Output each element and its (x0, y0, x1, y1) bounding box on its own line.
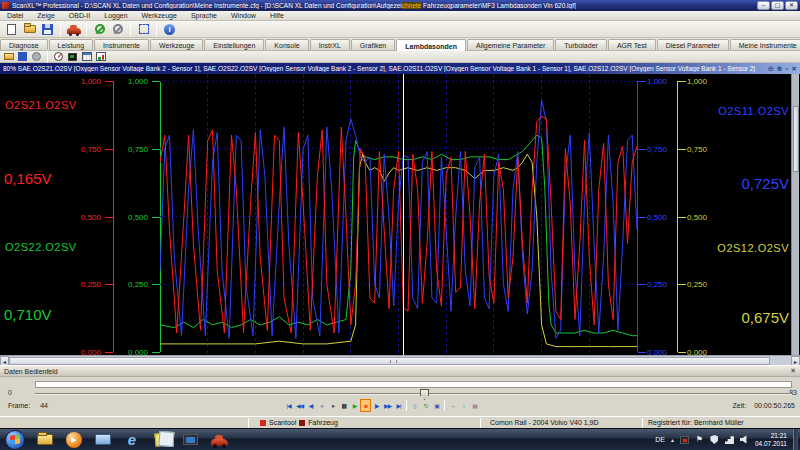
play-button[interactable]: ▶ (349, 399, 360, 412)
save-layout-button[interactable] (17, 51, 28, 62)
taskbar-clock[interactable]: 21:21 04.07.2011 (755, 432, 787, 448)
tab-einstellungen[interactable]: Einstellungen (204, 39, 264, 50)
data-grid-button[interactable]: ▤ (469, 399, 480, 412)
layout-frame-button[interactable] (136, 22, 151, 37)
menu-item-hilfe[interactable]: Hilfe (263, 12, 291, 19)
tab-meine-instrumente[interactable]: Meine Instrumente (730, 39, 800, 50)
vertical-scroll-thumb[interactable] (793, 106, 799, 172)
open-layout-button[interactable] (3, 51, 14, 62)
step-forward-button[interactable]: |▶ (371, 399, 382, 412)
chart-horizontal-scrollbar[interactable]: ◂ ▸ (0, 355, 800, 365)
new-log-button[interactable]: ▯ (409, 399, 420, 412)
zoom-in-icon[interactable]: ⊕ (777, 64, 783, 73)
panel-close-icon[interactable]: ✕ (790, 367, 796, 375)
horizontal-scroll-thumb[interactable] (9, 357, 770, 365)
graph-view-button[interactable] (95, 51, 106, 62)
menu-item-sprache[interactable]: Sprache (184, 12, 224, 19)
chart-vertical-scrollbar[interactable] (791, 74, 799, 355)
refresh-layout-button[interactable] (31, 51, 42, 62)
scroll-left-arrow-icon[interactable]: ◂ (0, 356, 9, 366)
internet-explorer-taskbar-button[interactable]: e (121, 431, 143, 449)
skip-end-button[interactable]: ▶| (393, 399, 404, 412)
tab-allgemeine-parameter[interactable]: Allgemeine Parameter (467, 39, 554, 50)
vehicle-button[interactable] (66, 22, 81, 37)
action-center-flag-icon[interactable]: ⚑ (695, 435, 704, 445)
display-view-button[interactable] (67, 51, 78, 62)
export-button[interactable]: → (447, 399, 458, 412)
tab-grafiken[interactable]: Grafiken (351, 39, 395, 50)
axis-tick-mark (638, 217, 646, 218)
start-button[interactable] (5, 430, 25, 450)
save-log-button[interactable]: ▣ (431, 399, 442, 412)
tab-konsole[interactable]: Konsole (265, 39, 308, 50)
info-button[interactable]: i (162, 22, 177, 37)
monitor-icon (183, 434, 198, 445)
table-view-button[interactable] (81, 51, 92, 62)
fast-forward-button[interactable]: ▶▶ (382, 399, 393, 412)
frame-slider-track[interactable] (35, 393, 792, 395)
restore-icon[interactable]: ▫ (786, 64, 788, 73)
status-separator (480, 418, 481, 428)
tab-turbolader[interactable]: Turbolader (555, 39, 607, 50)
toolbar-separator (60, 23, 61, 36)
sticky-notes-taskbar-button[interactable] (150, 431, 172, 449)
connect-button[interactable] (92, 22, 107, 37)
menu-item-obd-ii[interactable]: OBD-II (62, 12, 97, 19)
device-tray-icon[interactable] (680, 436, 689, 444)
tab-werkzeuge[interactable]: Werkzeuge (150, 39, 203, 50)
axis-tick-label: 0,500 (55, 213, 101, 222)
restore-button[interactable]: ▢ (771, 1, 784, 10)
gauge-view-button[interactable] (53, 51, 64, 62)
security-shield-icon[interactable] (710, 435, 718, 444)
o2s21-value: 0,165V (4, 170, 52, 187)
network-signal-icon[interactable] (725, 435, 734, 444)
tab-instrxl[interactable]: InstrXL (310, 39, 350, 50)
tab-diesel-parameter[interactable]: Diesel Parameter (657, 39, 729, 50)
zoom-out-icon[interactable]: ⊖ (768, 64, 774, 73)
tab-leistung[interactable]: Leistung (49, 39, 93, 50)
record-inactive-button[interactable]: ● (316, 399, 327, 412)
show-desktop-button[interactable] (793, 429, 798, 450)
language-indicator[interactable]: DE (655, 436, 665, 443)
menu-item-zeige[interactable]: Zeige (30, 12, 62, 19)
stop-button[interactable]: ■ (360, 399, 371, 412)
device-taskbar-button[interactable] (179, 431, 201, 449)
menu-item-datei[interactable]: Datei (0, 12, 30, 19)
status-separator (248, 418, 249, 428)
record-armed-button[interactable]: ● (327, 399, 338, 412)
menu-item-window[interactable]: Window (224, 12, 263, 19)
tab-lambdasonden[interactable]: Lambdasonden (396, 39, 466, 51)
axis-tick-label: 0,250 (102, 280, 148, 289)
timeline-bar[interactable] (35, 381, 792, 388)
close-icon[interactable]: ✕ (791, 64, 797, 73)
import-button[interactable]: ↓ (458, 399, 469, 412)
close-button[interactable]: ✕ (785, 1, 798, 10)
step-back-button[interactable]: ◀| (305, 399, 316, 412)
plot-svg[interactable] (160, 74, 637, 355)
save-file-button[interactable] (40, 22, 55, 37)
explorer-taskbar-button[interactable] (34, 431, 56, 449)
tab-agr-test[interactable]: AGR Test (608, 39, 656, 50)
o2s11-label: O2S11.O2SV (718, 105, 789, 117)
chart-window-titlebar[interactable]: 80% SAE.O2S21.O2SV [Oxygen Sensor Voltag… (0, 63, 800, 74)
disconnect-button[interactable] (110, 22, 125, 37)
rewind-button[interactable]: ◀◀ (294, 399, 305, 412)
documents-taskbar-button[interactable] (92, 431, 114, 449)
pause-button[interactable]: ▮▮ (338, 399, 349, 412)
menu-item-werkzeuge[interactable]: Werkzeuge (135, 12, 184, 19)
menu-item-loggen[interactable]: Loggen (97, 12, 134, 19)
skip-start-button[interactable]: |◀ (283, 399, 294, 412)
minimize-button[interactable]: – (757, 1, 770, 10)
tab-diagnose[interactable]: Diagnose (0, 39, 48, 50)
tab-bar: DiagnoseLeistungInstrumenteWerkzeugeEins… (0, 38, 800, 51)
reload-log-button[interactable]: ↻ (420, 399, 431, 412)
axis-tick-mark (678, 352, 686, 353)
tray-expand-icon[interactable]: ▴ (671, 436, 674, 443)
open-file-button[interactable] (22, 22, 37, 37)
media-player-taskbar-button[interactable]: ▶ (63, 431, 85, 449)
volume-icon[interactable] (740, 435, 749, 444)
scanxl-taskbar-button[interactable] (208, 431, 230, 449)
axis-tick-mark (152, 284, 160, 285)
tab-instrumente[interactable]: Instrumente (94, 39, 149, 50)
new-file-button[interactable] (4, 22, 19, 37)
